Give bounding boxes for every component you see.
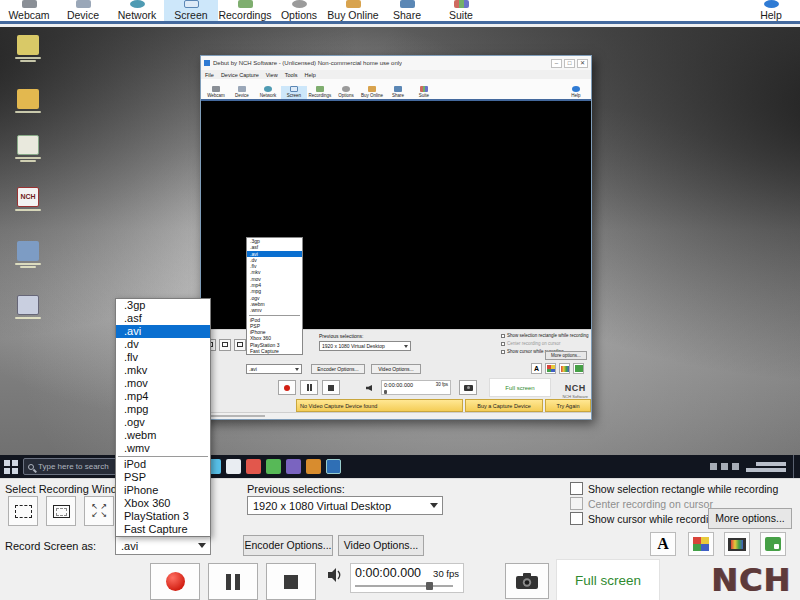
fullscreen-indicator[interactable]: Full screen bbox=[556, 559, 660, 600]
start-button[interactable] bbox=[4, 460, 18, 474]
inner-fullscreen-button[interactable] bbox=[234, 339, 246, 351]
snapshot-button[interactable] bbox=[505, 563, 549, 599]
green-screen-button[interactable] bbox=[760, 532, 786, 556]
toolbar-item-options[interactable]: Options bbox=[272, 0, 326, 21]
checkbox[interactable] bbox=[570, 512, 583, 525]
inner-toolbar-item-share[interactable]: Share bbox=[385, 86, 411, 99]
toolbar-item-screen[interactable]: Screen bbox=[164, 0, 218, 21]
wifi-icon[interactable] bbox=[721, 463, 728, 470]
checkbox-show-cursor[interactable]: Show cursor while recording bbox=[570, 512, 720, 525]
inner-toolbar-item-network[interactable]: Network bbox=[255, 86, 281, 99]
inner-select-window-button[interactable] bbox=[219, 339, 231, 351]
format-option[interactable]: .wmv bbox=[116, 442, 210, 455]
video-options-button[interactable]: Video Options... bbox=[338, 535, 424, 556]
record-button[interactable] bbox=[150, 563, 200, 600]
format-option[interactable]: .flv bbox=[116, 351, 210, 364]
inner-checkbox-selection-rectangle[interactable]: Show selection rectangle while recording bbox=[501, 333, 589, 338]
inner-pause-button[interactable] bbox=[300, 380, 318, 395]
taskbar-app-icon[interactable] bbox=[286, 459, 301, 474]
toolbar-item-buy-online[interactable]: Buy Online bbox=[326, 0, 380, 21]
previous-selections-select[interactable]: 1920 x 1080 Virtual Desktop bbox=[247, 496, 443, 515]
inner-toolbar-item-webcam[interactable]: Webcam bbox=[203, 86, 229, 99]
format-option[interactable]: .mkv bbox=[116, 364, 210, 377]
format-option[interactable]: .dv bbox=[116, 338, 210, 351]
try-again-button[interactable]: Try Again bbox=[545, 399, 591, 412]
inner-more-options-button[interactable]: More options... bbox=[545, 351, 587, 360]
color-settings-button[interactable] bbox=[688, 532, 714, 556]
format-select[interactable]: .avi bbox=[115, 536, 211, 555]
volume-icon[interactable] bbox=[732, 463, 739, 470]
inner-encoder-options-button[interactable]: Encoder Options... bbox=[311, 364, 365, 374]
captured-app-window[interactable]: Debut by NCH Software - (Unlicensed) Non… bbox=[200, 55, 592, 420]
taskbar-app-icon-active[interactable] bbox=[326, 459, 341, 474]
slider-knob[interactable] bbox=[384, 390, 387, 394]
inner-video-options-button[interactable]: Video Options... bbox=[371, 364, 421, 374]
text-overlay-button[interactable]: A bbox=[650, 532, 676, 556]
menu-help[interactable]: Help bbox=[304, 72, 315, 78]
format-option[interactable]: iPhone bbox=[116, 484, 210, 497]
close-icon[interactable] bbox=[577, 59, 588, 68]
buy-capture-device-button[interactable]: Buy a Capture Device bbox=[465, 399, 543, 412]
menu-device-capture[interactable]: Device Capture bbox=[221, 72, 259, 78]
checkbox-selection-rectangle[interactable]: Show selection rectangle while recording bbox=[570, 482, 778, 495]
inner-toolbar-item-screen[interactable]: Screen bbox=[281, 86, 307, 99]
inner-toolbar-item-device[interactable]: Device bbox=[229, 86, 255, 99]
desktop-icon[interactable] bbox=[8, 89, 48, 114]
inner-text-overlay-button[interactable]: A bbox=[531, 363, 542, 374]
minimize-icon[interactable] bbox=[551, 59, 562, 68]
inner-toolbar-item-suite[interactable]: Suite bbox=[411, 86, 437, 99]
inner-green-screen-button[interactable] bbox=[573, 363, 584, 374]
toolbar-item-webcam[interactable]: Webcam bbox=[2, 0, 56, 21]
inner-toolbar-item-buy-online[interactable]: Buy Online bbox=[359, 86, 385, 99]
inner-format-select[interactable]: .avi bbox=[246, 364, 302, 374]
inner-toolbar-item-options[interactable]: Options bbox=[333, 86, 359, 99]
desktop-icon[interactable] bbox=[8, 135, 48, 163]
format-option[interactable]: .mpg bbox=[116, 403, 210, 416]
format-option-selected[interactable]: .avi bbox=[116, 325, 210, 338]
toolbar-item-suite[interactable]: Suite bbox=[434, 0, 488, 21]
inner-toolbar-item-recordings[interactable]: Recordings bbox=[307, 86, 333, 99]
format-option[interactable]: iPod bbox=[116, 458, 210, 471]
taskbar-app-icon[interactable] bbox=[266, 459, 281, 474]
inner-titlebar[interactable]: Debut by NCH Software - (Unlicensed) Non… bbox=[201, 56, 591, 70]
maximize-icon[interactable] bbox=[564, 59, 575, 68]
inner-record-button[interactable] bbox=[278, 380, 296, 395]
taskbar-app-icon[interactable] bbox=[226, 459, 241, 474]
toolbar-item-device[interactable]: Device bbox=[56, 0, 110, 21]
taskbar-app-icon[interactable] bbox=[306, 459, 321, 474]
tray-chevron-icon[interactable] bbox=[710, 463, 717, 470]
format-option[interactable]: .mov bbox=[116, 377, 210, 390]
inner-stop-button[interactable] bbox=[322, 380, 340, 395]
inner-effects-button[interactable] bbox=[559, 363, 570, 374]
taskbar-app-icon[interactable] bbox=[246, 459, 261, 474]
format-option[interactable]: .asf bbox=[116, 312, 210, 325]
inner-fullscreen-indicator[interactable]: Full screen bbox=[489, 378, 551, 397]
format-option[interactable]: Xbox 360 bbox=[116, 497, 210, 510]
format-option[interactable]: .webm bbox=[116, 429, 210, 442]
toolbar-item-recordings[interactable]: Recordings bbox=[218, 0, 272, 21]
select-window-button[interactable] bbox=[46, 496, 76, 526]
format-option[interactable]: .3gp bbox=[116, 299, 210, 312]
show-desktop-button[interactable] bbox=[793, 455, 796, 478]
format-option[interactable]: .ogv bbox=[116, 416, 210, 429]
format-option[interactable]: .mp4 bbox=[116, 390, 210, 403]
desktop-icon[interactable]: NCH bbox=[8, 187, 48, 212]
inner-color-settings-button[interactable] bbox=[545, 363, 556, 374]
stop-button[interactable] bbox=[266, 563, 316, 600]
format-option[interactable]: Fast Capture bbox=[116, 523, 210, 536]
toolbar-item-share[interactable]: Share bbox=[380, 0, 434, 21]
format-option[interactable]: PlayStation 3 bbox=[116, 510, 210, 523]
menu-file[interactable]: File bbox=[205, 72, 214, 78]
desktop-icon[interactable] bbox=[8, 295, 48, 320]
desktop-icon[interactable] bbox=[8, 35, 48, 63]
desktop-icon[interactable] bbox=[8, 241, 48, 269]
menu-view[interactable]: View bbox=[266, 72, 278, 78]
inner-format-option[interactable]: .wmv bbox=[247, 307, 302, 313]
slider-knob[interactable] bbox=[426, 582, 433, 590]
format-option[interactable]: PSP bbox=[116, 471, 210, 484]
checkbox[interactable] bbox=[501, 350, 505, 354]
more-options-button[interactable]: More options... bbox=[708, 508, 792, 529]
checkbox[interactable] bbox=[570, 482, 583, 495]
inner-toolbar-item-help[interactable]: Help bbox=[563, 86, 589, 99]
encoder-options-button[interactable]: Encoder Options... bbox=[243, 535, 333, 556]
